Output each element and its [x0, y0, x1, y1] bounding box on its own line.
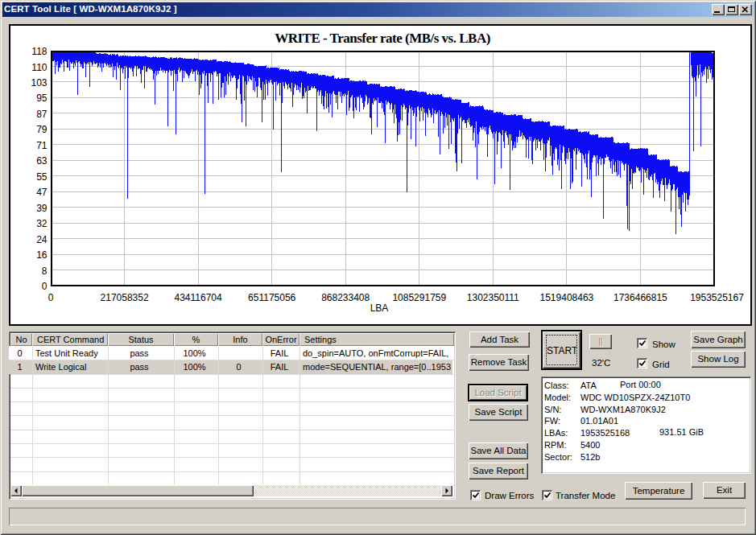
svg-text:1302350111: 1302350111 [467, 292, 519, 303]
svg-text:WRITE - Transfer rate (MB/s vs: WRITE - Transfer rate (MB/s vs. LBA) [275, 31, 490, 46]
svg-text:103: 103 [31, 77, 47, 88]
svg-text:24: 24 [36, 234, 48, 245]
svg-text:55: 55 [36, 171, 48, 183]
svg-text:217058352: 217058352 [101, 292, 149, 303]
svg-text:79: 79 [36, 124, 48, 135]
svg-text:0: 0 [42, 281, 48, 292]
svg-text:LBA: LBA [370, 302, 389, 314]
svg-text:1953525167: 1953525167 [690, 292, 744, 303]
svg-text:1085291759: 1085291759 [392, 292, 446, 303]
svg-text:434116704: 434116704 [175, 292, 223, 303]
svg-text:71: 71 [36, 140, 48, 151]
svg-text:0: 0 [48, 292, 54, 303]
svg-text:47: 47 [36, 187, 48, 198]
svg-text:39: 39 [36, 203, 48, 214]
svg-text:110: 110 [31, 62, 47, 73]
svg-text:32: 32 [36, 218, 48, 229]
svg-text:87: 87 [36, 109, 48, 120]
svg-text:16: 16 [36, 249, 48, 261]
svg-text:1519408463: 1519408463 [540, 292, 594, 303]
svg-text:63: 63 [36, 155, 48, 167]
svg-text:868233408: 868233408 [321, 292, 370, 303]
svg-text:8: 8 [42, 265, 48, 277]
svg-text:1736466815: 1736466815 [613, 292, 667, 303]
svg-text:651175056: 651175056 [248, 292, 296, 303]
svg-text:118: 118 [31, 46, 47, 57]
svg-text:95: 95 [36, 93, 48, 104]
